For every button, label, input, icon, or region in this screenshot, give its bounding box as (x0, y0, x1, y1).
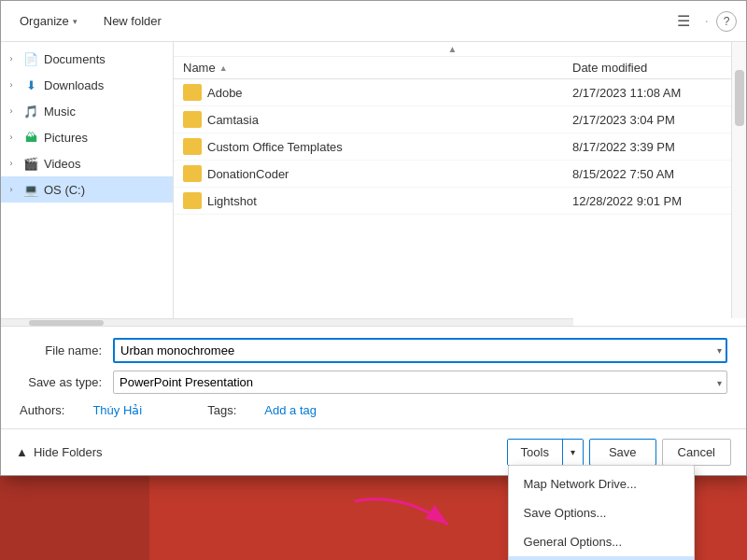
savetype-label: Save as type: (20, 375, 113, 389)
nav-label-downloads: Downloads (44, 78, 104, 92)
chevron-icon-music: › (5, 106, 18, 116)
col-date-header[interactable]: Date modified (572, 61, 722, 75)
icon-downloads: ⬇ (21, 77, 40, 92)
toolbar-separator: · (705, 13, 709, 30)
horizontal-scrollbar[interactable] (1, 318, 573, 326)
nav-label-osc: OS (C:) (44, 183, 85, 197)
chevron-icon-osc: › (5, 185, 18, 194)
file-date: 12/28/2022 9:01 PM (572, 194, 722, 208)
file-date: 8/17/2022 3:39 PM (572, 140, 722, 154)
nav-item-documents[interactable]: › 📄 Documents (1, 46, 173, 72)
chevron-icon-videos: › (5, 159, 18, 168)
file-name: Lightshot (207, 194, 572, 208)
chevron-icon-documents: › (5, 54, 18, 63)
chevron-up-icon: ▲ (16, 445, 28, 459)
new-folder-label: New folder (104, 14, 162, 28)
file-date: 2/17/2023 3:04 PM (572, 113, 722, 127)
savetype-container: PowerPoint Presentation ▾ (113, 371, 727, 394)
folder-icon (183, 138, 202, 155)
organize-chevron-icon: ▾ (73, 17, 78, 26)
col-date-label: Date modified (572, 61, 647, 75)
folder-icon (183, 84, 202, 101)
table-row[interactable]: Camtasia 2/17/2023 3:04 PM (174, 106, 731, 133)
file-date: 2/17/2023 11:08 AM (572, 86, 722, 100)
filename-dropdown-icon: ▾ (717, 345, 722, 356)
table-row[interactable]: DonationCoder 8/15/2022 7:50 AM (174, 161, 731, 188)
menu-icon-button[interactable]: ☰ (669, 8, 698, 34)
file-name: Custom Office Templates (207, 140, 572, 154)
nav-label-videos: Videos (44, 157, 81, 171)
tools-dropdown-button[interactable]: ▾ (563, 440, 583, 465)
dialog-toolbar: Organize ▾ New folder ☰ · ? (1, 1, 746, 42)
nav-item-osc[interactable]: › 💻 OS (C:) (1, 176, 173, 203)
organize-button[interactable]: Organize ▾ (10, 10, 87, 32)
meta-row: Authors: Thúy Hải Tags: Add a tag (20, 403, 727, 417)
dropdown-item-map-network[interactable]: Map Network Drive... (509, 469, 694, 498)
tags-label: Tags: (207, 403, 236, 417)
table-row[interactable]: Adobe 2/17/2023 11:08 AM (174, 79, 731, 106)
nav-label-documents: Documents (44, 52, 106, 66)
save-dialog: Organize ▾ New folder ☰ · ? › 📄 Document… (0, 0, 747, 476)
icon-osc: 💻 (21, 182, 40, 197)
file-headers: Name ▲ Date modified (174, 57, 731, 79)
tools-dropdown-menu: Map Network Drive... Save Options... Gen… (508, 465, 695, 560)
chevron-icon-downloads: › (5, 80, 18, 90)
dropdown-item-save-options[interactable]: Save Options... (509, 498, 694, 527)
nav-item-videos[interactable]: › 🎬 Videos (1, 150, 173, 176)
file-name: Camtasia (207, 113, 572, 127)
sort-arrow-icon: ▲ (219, 63, 228, 73)
nav-label-pictures: Pictures (44, 131, 88, 145)
nav-item-music[interactable]: › 🎵 Music (1, 98, 173, 124)
dialog-content: › 📄 Documents › ⬇ Downloads › 🎵 Music › … (1, 42, 746, 318)
nav-sidebar: › 📄 Documents › ⬇ Downloads › 🎵 Music › … (1, 42, 174, 318)
file-name: Adobe (207, 86, 572, 100)
scroll-top-indicator: ▲ (174, 42, 731, 57)
file-name: DonationCoder (207, 167, 572, 181)
dropdown-item-compress-pictures[interactable]: Compress Pictures... (509, 556, 694, 560)
hide-folders-button[interactable]: ▲ Hide Folders (16, 445, 103, 459)
scrollbar[interactable] (731, 42, 746, 318)
folder-icon (183, 192, 202, 209)
filename-row: File name: ▾ (20, 338, 727, 363)
icon-music: 🎵 (21, 104, 40, 119)
organize-label: Organize (20, 14, 69, 28)
nav-item-pictures[interactable]: › 🏔 Pictures (1, 124, 173, 150)
savetype-row: Save as type: PowerPoint Presentation ▾ (20, 371, 727, 394)
filename-input[interactable] (113, 338, 727, 363)
save-button[interactable]: Save (589, 439, 656, 466)
cancel-button[interactable]: Cancel (662, 439, 731, 466)
col-name-header[interactable]: Name ▲ (183, 61, 572, 75)
icon-documents: 📄 (21, 51, 40, 66)
authors-value[interactable]: Thúy Hải (92, 403, 142, 417)
scrollbar-thumb[interactable] (735, 70, 744, 126)
file-area: ▲ Name ▲ Date modified Adobe 2/17/2023 1… (174, 42, 731, 318)
nav-label-music: Music (44, 105, 76, 119)
filename-label: File name: (20, 343, 113, 357)
hide-folders-label: Hide Folders (34, 445, 103, 459)
help-icon: ? (724, 15, 730, 28)
tools-button-group: Tools ▾ Map Network Drive... Save Option… (507, 439, 584, 466)
file-date: 8/15/2022 7:50 AM (572, 167, 722, 181)
dialog-form: File name: ▾ Save as type: PowerPoint Pr… (1, 326, 746, 428)
folder-icon (183, 165, 202, 182)
tags-value[interactable]: Add a tag (264, 403, 317, 417)
menu-icon: ☰ (677, 13, 690, 29)
help-button[interactable]: ? (716, 11, 737, 32)
authors-label: Authors: (20, 403, 64, 417)
footer-buttons: Tools ▾ Map Network Drive... Save Option… (507, 439, 731, 466)
icon-videos: 🎬 (21, 156, 40, 171)
new-folder-button[interactable]: New folder (94, 10, 171, 32)
savetype-select[interactable]: PowerPoint Presentation (113, 371, 727, 394)
dropdown-item-general-options[interactable]: General Options... (509, 527, 694, 556)
tools-main-button[interactable]: Tools (508, 440, 563, 465)
nav-item-downloads[interactable]: › ⬇ Downloads (1, 72, 173, 98)
chevron-icon-pictures: › (5, 133, 18, 142)
arrow-indicator (345, 492, 458, 541)
table-row[interactable]: Lightshot 12/28/2022 9:01 PM (174, 188, 731, 215)
table-row[interactable]: Custom Office Templates 8/17/2022 3:39 P… (174, 133, 731, 161)
file-list: Adobe 2/17/2023 11:08 AM Camtasia 2/17/2… (174, 79, 731, 318)
dialog-footer: ▲ Hide Folders Tools ▾ Map Network Drive… (1, 428, 746, 475)
col-name-label: Name (183, 61, 216, 75)
icon-pictures: 🏔 (21, 130, 40, 145)
folder-icon (183, 111, 202, 128)
